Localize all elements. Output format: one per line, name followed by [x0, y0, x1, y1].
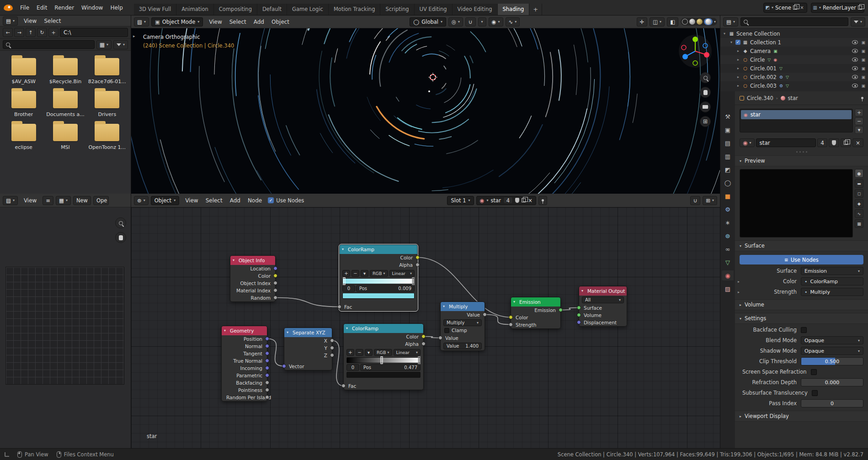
fake-user-icon[interactable]: [515, 198, 519, 203]
properties-tab-output[interactable]: ▤: [722, 138, 734, 148]
show-gizmo-button[interactable]: ✛: [637, 17, 648, 26]
ramp-handle[interactable]: [412, 277, 414, 285]
folder-drivers[interactable]: Drivers: [87, 91, 127, 117]
new-material-button[interactable]: [841, 138, 851, 147]
properties-tab-world[interactable]: ◯: [722, 178, 734, 188]
proportional-editing-dropdown[interactable]: ◉▾: [489, 17, 503, 26]
viewport-canvas[interactable]: ▸ Camera Orthographic (240) Scene Collec…: [131, 28, 720, 194]
snap-dropdown[interactable]: ▾: [478, 17, 486, 26]
new-image-button[interactable]: New: [73, 196, 91, 205]
outliner-filter-button[interactable]: ▾: [851, 17, 865, 26]
workspace-tab-shading[interactable]: Shading: [498, 4, 530, 15]
socket-out-location[interactable]: [273, 266, 277, 270]
socket-out-object-index[interactable]: [273, 281, 277, 285]
workspace-tab-motion-tracking[interactable]: Motion Tracking: [329, 4, 381, 15]
socket-out-emission[interactable]: [559, 308, 563, 312]
image-menu-button[interactable]: ≡: [43, 196, 53, 205]
properties-tab-particles[interactable]: ∗: [722, 217, 734, 227]
material-slot[interactable]: ◉star: [741, 110, 852, 119]
socket-out-random-per-island[interactable]: [265, 395, 269, 399]
open-image-button[interactable]: Ope: [93, 196, 109, 205]
use-nodes-checkbox[interactable]: ✓: [268, 197, 274, 203]
node-overlays-button[interactable]: ⊞▾: [703, 196, 717, 205]
breadcrumb-material[interactable]: star: [788, 95, 798, 101]
node-object-info-n1[interactable]: Object InfoLocationColorObject IndexMate…: [230, 255, 276, 302]
node-header[interactable]: Geometry: [222, 326, 267, 335]
preview-monkey-button[interactable]: ◆: [855, 199, 863, 208]
disclosure-icon[interactable]: ▸: [736, 58, 740, 62]
socket-in-strength[interactable]: [509, 323, 513, 327]
disclosure-icon[interactable]: ▸: [736, 75, 740, 79]
refresh-button[interactable]: ↻: [37, 28, 47, 37]
xray-toggle[interactable]: ◧: [667, 17, 678, 26]
users-count-button[interactable]: 4: [817, 138, 827, 147]
socket-out-incoming[interactable]: [265, 366, 269, 370]
disable-render-icon[interactable]: ▣: [861, 40, 865, 45]
ramp-specials-button[interactable]: ▾: [365, 349, 373, 356]
hide-eye-icon[interactable]: [852, 49, 858, 53]
socket-out-position[interactable]: [265, 337, 269, 341]
workspace-tab-video-editing[interactable]: Video Editing: [453, 4, 498, 15]
section-settings[interactable]: ▾Settings: [735, 313, 868, 324]
node-multiply-n6[interactable]: MultiplyValueMultiply▾ClampValueValue1.4…: [440, 301, 485, 351]
snap-node-toggle[interactable]: ∪: [690, 196, 700, 205]
breadcrumb-object[interactable]: Circle.340: [747, 95, 773, 101]
outliner-row-circle-003[interactable]: ▸○Circle.003⚙▽▣: [720, 81, 868, 90]
material-shading-button[interactable]: [697, 19, 703, 25]
node-separate-xyz-n3[interactable]: Separate XYZXYZVector: [284, 328, 332, 370]
solid-shading-button[interactable]: [689, 19, 695, 25]
add-slot-button[interactable]: +: [855, 109, 863, 116]
properties-tab-scene[interactable]: ◩: [722, 164, 734, 174]
number-field-refraction-depth[interactable]: 0.000: [801, 378, 863, 386]
display-mode-button[interactable]: ▦▾: [96, 40, 112, 49]
hide-eye-icon[interactable]: [852, 40, 858, 44]
expander-icon[interactable]: ▸: [735, 280, 742, 284]
node-emission-n7[interactable]: EmissionEmissionColorStrength: [511, 297, 561, 329]
image-browse-button[interactable]: ▦▾: [56, 196, 71, 205]
menu-view[interactable]: View: [205, 17, 225, 26]
node-editor-canvas[interactable]: star Object InfoLocationColorObject Inde…: [131, 207, 720, 448]
node-geometry-n2[interactable]: GeometryPositionNormalTangentTrue Normal…: [221, 326, 267, 402]
ramp-handle[interactable]: [343, 277, 346, 285]
folder-msi[interactable]: MSI: [45, 124, 85, 150]
add-stop-button[interactable]: +: [346, 349, 354, 356]
colorramp-gradient[interactable]: [346, 357, 421, 363]
outliner-row-circle-001[interactable]: ▸○Circle.001▽▣: [720, 64, 868, 73]
menu-node[interactable]: Node: [244, 196, 266, 205]
checkbox-subsurface-translucency[interactable]: [812, 390, 818, 396]
workspace-tab-3d-view-full[interactable]: 3D View Full: [134, 4, 176, 15]
color-mode-dropdown[interactable]: RGB▾: [370, 270, 388, 277]
pan-tool-button[interactable]: [115, 232, 126, 243]
create-directory-button[interactable]: +: [48, 28, 59, 37]
remove-stop-button[interactable]: −: [356, 349, 363, 356]
section-volume[interactable]: ▸Volume: [735, 299, 868, 310]
folder-av-asw[interactable]: $AV_ASW: [4, 58, 43, 85]
socket-out-value[interactable]: [483, 312, 487, 317]
expander-icon[interactable]: ▸: [735, 290, 742, 294]
slot-dropdown[interactable]: Slot 1 ▾: [447, 196, 474, 205]
menu-view[interactable]: View: [181, 196, 202, 205]
interpolation-dropdown[interactable]: Linear▾: [394, 349, 421, 356]
menu-add[interactable]: Add: [226, 196, 244, 205]
checkbox-backface-culling[interactable]: [801, 327, 807, 333]
workspace-tab-animation[interactable]: Animation: [176, 4, 214, 15]
menu-edit[interactable]: Edit: [33, 3, 51, 12]
new-scene-icon[interactable]: [793, 5, 797, 10]
zoom-tool-button[interactable]: [115, 217, 126, 228]
menu-render[interactable]: Render: [51, 3, 78, 12]
properties-tab-render[interactable]: ▣: [722, 125, 734, 135]
snap-toggle[interactable]: ∪: [465, 17, 475, 26]
socket-out-z[interactable]: [330, 353, 334, 357]
disable-render-icon[interactable]: ▣: [861, 66, 865, 71]
up-button[interactable]: ↑: [26, 28, 36, 37]
menu-select[interactable]: Select: [202, 196, 226, 205]
disclosure-icon[interactable]: ▾: [722, 32, 727, 36]
socket-out-tangent[interactable]: [265, 351, 269, 355]
number-field-pass-index[interactable]: 0: [801, 399, 863, 407]
disclosure-icon[interactable]: ▸: [736, 66, 740, 70]
workspace-tab-default[interactable]: Default: [257, 4, 287, 15]
ramp-specials-button[interactable]: ▾: [361, 270, 368, 277]
use-nodes-button[interactable]: ⊞Use Nodes: [740, 255, 863, 264]
add-stop-button[interactable]: +: [342, 270, 350, 277]
search-input[interactable]: [3, 40, 95, 49]
